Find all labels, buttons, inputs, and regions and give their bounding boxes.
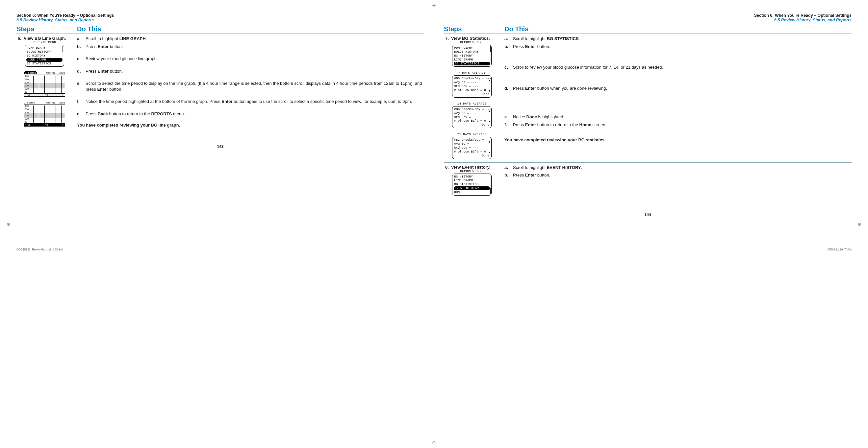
section-subtitle: 6.5 Review History, Status, and Reports (17, 18, 424, 22)
page-number: 143 (17, 144, 424, 149)
footer-timestamp: 2/9/09 11:29:47 AM (827, 248, 851, 251)
device-screen-reports-menu: REPORTS MENU PUMP DIARY BOLUS HISTORY BG… (25, 41, 64, 67)
section-title: Section 6: When You're Ready – Optional … (17, 13, 424, 18)
column-header-steps: Steps (17, 25, 72, 34)
column-header-dothis: Do This (77, 25, 424, 34)
page-left: Section 6: When You're Ready – Optional … (17, 13, 424, 243)
page-header: Section 6: When You're Ready – Optional … (17, 13, 424, 23)
device-screen-14day-average: 14 DAYS AVERAGE ▲▼ #BG Checks/Day = --- … (452, 102, 492, 128)
page-right: Section 6: When You're Ready – Optional … (444, 13, 851, 243)
device-screen-7day-average: 7 DAYS AVERAGE ▲▼ #BG Checks/Day = --- A… (452, 71, 492, 97)
substep-text: Scroll to highlight LINE GRAPH. (86, 36, 424, 42)
footer-filename: DOC15736_Rev-A-Man.indd 143-144 (17, 248, 63, 251)
print-footer: DOC15736_Rev-A-Man.indd 143-144 2/9/09 1… (0, 246, 868, 254)
step-label: 6. View BG Line Graph. (17, 36, 72, 41)
completion-text: You have completed reviewing your BG lin… (77, 123, 424, 128)
page-header: Section 6: When You're Ready – Optional … (444, 13, 851, 23)
step-label: 8. View Event History. (444, 165, 500, 170)
substep-letter: a. (77, 36, 84, 42)
device-screen-line-graph: 2 hours Mar 05, 2008 340 280 220 160 100 (24, 71, 65, 97)
device-screen-21day-average: 21 DAYS AVERAGE ▲▼ #BG Checks/Day = --- … (452, 133, 492, 159)
device-screen-reports-menu: REPORTS MENU PUMP DIARY BOLUS HISTORY BG… (452, 41, 492, 67)
step-label: 7. View BG Statistics. (444, 36, 500, 41)
page-number: 144 (444, 212, 851, 217)
device-screen-line-graph-selected: 2 hours Mar 05, 2008 340 280 220 160 100 (24, 101, 65, 127)
device-screen-reports-menu: REPORTS MENU BG HISTORY LINE GRAPH BG ST… (452, 170, 492, 196)
completion-text: You have completed reviewing your BG sta… (504, 137, 851, 142)
